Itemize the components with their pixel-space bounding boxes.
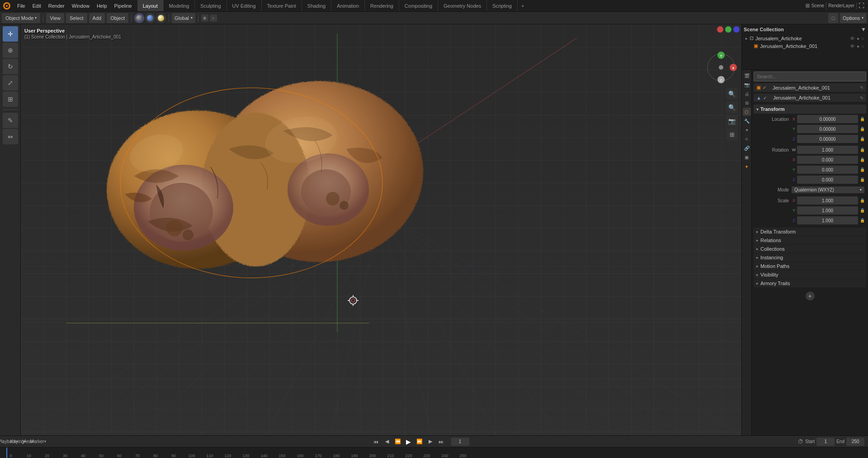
armory-traits-section[interactable]: ▸ Armory Traits	[754, 279, 866, 287]
start-frame-input[interactable]	[816, 438, 835, 446]
rotation-y-field[interactable]	[797, 166, 858, 174]
anim-rot-y-btn[interactable]: ●	[866, 167, 868, 173]
next-frame-btn[interactable]: ▶	[426, 437, 435, 446]
transform-orientation[interactable]: Global ▾	[172, 13, 195, 23]
vis-camera-icon-2[interactable]: ●	[857, 43, 860, 49]
object-menu[interactable]: Object	[107, 13, 128, 23]
tool-scale[interactable]: ⤢	[3, 75, 18, 91]
tab-scripting[interactable]: Scripting	[487, 0, 518, 11]
vis-eye-icon-2[interactable]: 👁	[850, 43, 855, 49]
next-keyframe-btn[interactable]: ⏩	[415, 437, 424, 446]
outliner-filter-btn[interactable]: ▼	[861, 26, 866, 33]
current-frame-input[interactable]	[451, 438, 469, 446]
rotation-z-field[interactable]	[797, 176, 858, 184]
viewport-shade-solid[interactable]	[134, 13, 144, 23]
camera-view-btn[interactable]: 📷	[726, 115, 738, 127]
marker-dropdown[interactable]: Marker ▾	[33, 437, 42, 446]
viewport-gizmo[interactable]: X Y Z	[705, 52, 737, 83]
prev-frame-btn[interactable]: ◀	[382, 437, 392, 446]
mesh-checkbox[interactable]: ✓	[763, 95, 771, 100]
mode-selector[interactable]: Object Mode ▾	[2, 13, 40, 23]
end-frame-input[interactable]	[846, 438, 864, 446]
vis-render-icon-1[interactable]: ○	[861, 36, 864, 41]
proportional-edit[interactable]: ○	[210, 14, 217, 22]
jump-end-btn[interactable]: ⏭	[437, 437, 446, 446]
view-menu[interactable]: View	[46, 13, 64, 23]
zoom-in-btn[interactable]: 🔍	[726, 88, 738, 100]
anim-scale-z-btn[interactable]: ●	[866, 217, 868, 224]
tab-geometry-nodes[interactable]: Geometry Nodes	[438, 0, 487, 11]
add-menu[interactable]: Add	[89, 13, 105, 23]
menu-edit[interactable]: Edit	[29, 0, 45, 11]
tool-cursor[interactable]: ✛	[3, 26, 18, 42]
viewport-shade-material[interactable]	[145, 13, 155, 23]
anim-rot-z-btn[interactable]: ●	[866, 177, 868, 183]
props-search-input[interactable]	[754, 72, 866, 81]
scale-z-field[interactable]	[797, 216, 858, 224]
lock-scale-z-btn[interactable]: 🔒	[859, 217, 865, 224]
vis-render-icon-2[interactable]: ○	[861, 43, 864, 49]
lock-x-btn[interactable]: 🔒	[859, 116, 865, 122]
tab-layout[interactable]: Layout	[137, 0, 164, 11]
fullscreen-btn[interactable]: ⛶	[859, 2, 864, 9]
collections-section[interactable]: ▸ Collections	[754, 245, 866, 253]
gizmo-z[interactable]	[733, 26, 740, 33]
location-y-field[interactable]	[797, 125, 858, 133]
instancing-section[interactable]: ▸ Instancing	[754, 253, 866, 262]
anim-rot-x-btn[interactable]: ●	[866, 157, 868, 163]
props-scene-icon[interactable]: 🎬	[743, 72, 751, 80]
lock-rot-y-btn[interactable]: 🔒	[859, 167, 865, 173]
props-particles-icon[interactable]: ✦	[743, 126, 751, 134]
jump-start-btn[interactable]: ⏮	[372, 437, 381, 446]
transform-section-header[interactable]: ▾ Transform	[754, 105, 866, 114]
add-props-btn[interactable]: +	[806, 291, 815, 301]
prev-keyframe-btn[interactable]: ⏪	[393, 437, 402, 446]
menu-help[interactable]: Help	[93, 0, 111, 11]
outliner-item-jerusalem-artichoke-001[interactable]: ▣ Jerusalem_Artichoke_001 👁 ● ○	[744, 42, 866, 50]
tool-rotate[interactable]: ↻	[3, 59, 18, 74]
menu-window[interactable]: Window	[68, 0, 93, 11]
location-z-field[interactable]	[797, 135, 858, 143]
lock-rot-x-btn[interactable]: 🔒	[859, 157, 865, 163]
tab-rendering[interactable]: Rendering	[365, 0, 399, 11]
props-view-layer-icon[interactable]: ⊞	[743, 99, 751, 107]
menu-file[interactable]: File	[14, 0, 29, 11]
menu-pipeline[interactable]: Pipeline	[111, 0, 136, 11]
snap-toggle[interactable]: ⊕	[201, 14, 208, 22]
object-name-edit-icon[interactable]: ✎	[860, 85, 863, 90]
tool-move[interactable]: ⊕	[3, 43, 18, 58]
anim-scale-y-btn[interactable]: ●	[866, 207, 868, 214]
anim-x-btn[interactable]: ●	[866, 116, 868, 122]
rotation-mode-dropdown[interactable]: Quaternion (WXYZ) ▾	[792, 186, 864, 193]
zoom-out-btn[interactable]: 🔍	[726, 101, 738, 113]
viewport-shade-rendered[interactable]	[156, 13, 166, 23]
scale-y-field[interactable]	[797, 206, 858, 215]
tab-texture-paint[interactable]: Texture Paint	[262, 0, 302, 11]
viewport[interactable]: User Perspective (1) Scene Collection | …	[21, 24, 741, 435]
motion-paths-section[interactable]: ▸ Motion Paths	[754, 262, 866, 270]
location-x-field[interactable]	[797, 115, 858, 123]
gizmo-x[interactable]	[717, 26, 723, 33]
toggle-xray[interactable]: □	[828, 13, 838, 23]
play-btn[interactable]: ▶	[404, 437, 413, 446]
lock-y-btn[interactable]: 🔒	[859, 126, 865, 132]
tab-modeling[interactable]: Modeling	[164, 0, 195, 11]
anim-y-btn[interactable]: ●	[866, 126, 868, 132]
delta-transform-section[interactable]: ▸ Delta Transform	[754, 228, 866, 236]
tool-measure[interactable]: ⇔	[3, 129, 18, 144]
frame-ruler[interactable]: 0 10 20 30 40 50 60 70 80 90 100 110 120…	[0, 447, 868, 458]
keying-dropdown[interactable]: Keying ▾	[14, 437, 23, 446]
props-data-icon[interactable]: ▣	[743, 153, 751, 161]
tab-compositing[interactable]: Compositing	[399, 0, 438, 11]
props-material-icon[interactable]: ●	[743, 162, 751, 170]
lock-z-btn[interactable]: 🔒	[859, 136, 865, 142]
mesh-name-edit-icon[interactable]: ✎	[860, 95, 863, 100]
lock-scale-y-btn[interactable]: 🔒	[859, 207, 865, 214]
add-workspace-btn[interactable]: +	[518, 3, 528, 9]
gizmo-y[interactable]	[725, 26, 731, 33]
blender-logo[interactable]	[0, 0, 14, 12]
tab-shading[interactable]: Shading	[302, 0, 331, 11]
vis-camera-icon-1[interactable]: ●	[857, 36, 860, 41]
object-checkbox[interactable]: ✓	[763, 85, 771, 90]
lock-scale-x-btn[interactable]: 🔒	[859, 197, 865, 204]
